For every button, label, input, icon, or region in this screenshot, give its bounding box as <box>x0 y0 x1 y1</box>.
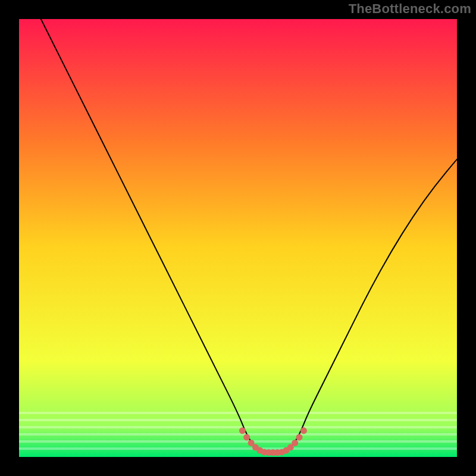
chart-frame: TheBottleneck.com <box>0 0 476 476</box>
optimum-dot <box>243 434 250 440</box>
optimum-range-dots <box>239 427 307 456</box>
plot-area <box>19 19 457 457</box>
optimum-dot <box>296 434 303 440</box>
curve-layer <box>19 19 457 457</box>
watermark-label: TheBottleneck.com <box>349 1 471 17</box>
optimum-dot <box>292 440 298 446</box>
optimum-dot <box>300 427 307 434</box>
bottleneck-curve <box>41 19 457 453</box>
optimum-dot <box>239 427 246 434</box>
